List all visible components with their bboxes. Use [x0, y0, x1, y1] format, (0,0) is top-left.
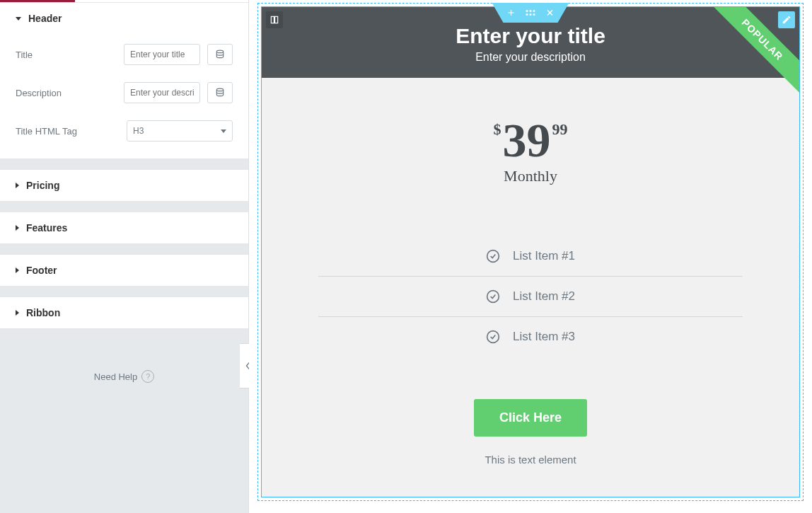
- features-list: List Item #1 List Item #2 List Item #3: [262, 185, 799, 357]
- check-circle-icon: [486, 330, 500, 344]
- columns-icon: [269, 15, 279, 25]
- grip-icon: [526, 10, 535, 16]
- chevron-down-icon: [221, 129, 226, 133]
- html-tag-select[interactable]: H3: [127, 120, 233, 142]
- svg-point-0: [216, 50, 223, 53]
- accordion-label: Header: [28, 13, 62, 24]
- price-period: Monthly: [276, 167, 785, 185]
- card-footer: Click Here This is text element: [262, 357, 799, 480]
- section-gap: [0, 287, 248, 296]
- dynamic-tag-button-title[interactable]: [207, 44, 233, 65]
- caret-right-icon: [16, 310, 19, 316]
- price-currency: $: [494, 120, 501, 139]
- svg-rect-2: [271, 16, 274, 23]
- section-outline[interactable]: POPULAR Enter your title Enter your desc…: [257, 3, 804, 501]
- editor-panel: Header Title Description Title HTML Tag: [0, 0, 249, 513]
- svg-point-5: [487, 291, 499, 303]
- feature-label: List Item #2: [513, 289, 575, 304]
- svg-rect-3: [275, 16, 278, 23]
- column-drag-handle[interactable]: [266, 11, 283, 28]
- drag-section-handle[interactable]: [526, 10, 535, 16]
- feature-label: List Item #1: [513, 249, 575, 263]
- accordion-toggle-header[interactable]: Header: [0, 3, 248, 34]
- accordion-section-header: Header Title Description Title HTML Tag: [0, 2, 248, 159]
- section-gap: [0, 202, 248, 212]
- form-row-description: Description: [0, 74, 248, 112]
- description-input[interactable]: [124, 82, 200, 103]
- caret-right-icon: [16, 183, 19, 188]
- desc-label: Description: [16, 88, 117, 98]
- section-gap: [0, 244, 248, 254]
- accordion-section-ribbon: Ribbon: [0, 296, 248, 329]
- add-section-button[interactable]: [506, 8, 516, 18]
- form-row-html-tag: Title HTML Tag H3: [0, 112, 248, 150]
- accordion-body-header: Title Description Title HTML Tag H3: [0, 34, 248, 158]
- footer-text: This is text element: [276, 454, 785, 466]
- feature-item: List Item #3: [318, 317, 743, 357]
- accordion-toggle-pricing[interactable]: Pricing: [0, 170, 248, 201]
- need-help-link[interactable]: Need Help ?: [0, 329, 248, 424]
- accordion-toggle-features[interactable]: Features: [0, 212, 248, 243]
- html-tag-label: Title HTML Tag: [16, 126, 120, 137]
- delete-section-button[interactable]: [545, 8, 555, 18]
- plus-icon: [506, 8, 516, 18]
- title-input[interactable]: [124, 44, 200, 65]
- pencil-icon: [782, 15, 791, 25]
- price-line: $ 39 99: [494, 116, 568, 164]
- price-cents: 99: [552, 120, 568, 139]
- accordion-section-footer: Footer: [0, 254, 248, 287]
- feature-label: List Item #3: [513, 330, 575, 344]
- panel-filler: Need Help ?: [0, 329, 248, 513]
- caret-down-icon: [16, 17, 21, 21]
- accordion-toggle-ribbon[interactable]: Ribbon: [0, 297, 248, 328]
- dynamic-tag-button-desc[interactable]: [207, 82, 233, 103]
- svg-point-4: [487, 250, 499, 263]
- database-icon: [215, 50, 225, 59]
- feature-item: List Item #2: [318, 277, 743, 317]
- preview-canvas: POPULAR Enter your title Enter your desc…: [249, 0, 812, 513]
- caret-right-icon: [16, 267, 19, 273]
- help-icon: ?: [141, 370, 154, 383]
- section-gap: [0, 159, 248, 169]
- close-icon: [545, 8, 555, 18]
- accordion-section-pricing: Pricing: [0, 169, 248, 202]
- cta-button[interactable]: Click Here: [474, 399, 587, 437]
- feature-item: List Item #1: [318, 236, 743, 277]
- section-toolbar: [492, 3, 569, 23]
- widget-outline[interactable]: POPULAR Enter your title Enter your desc…: [261, 6, 800, 497]
- caret-right-icon: [16, 225, 19, 231]
- accordion-toggle-footer[interactable]: Footer: [0, 255, 248, 286]
- title-label: Title: [16, 50, 117, 60]
- price-amount: 39: [503, 116, 551, 164]
- svg-point-6: [487, 331, 499, 343]
- form-row-title: Title: [0, 35, 248, 74]
- check-circle-icon: [486, 289, 500, 304]
- accordion-label: Ribbon: [26, 307, 60, 318]
- accordion-label: Pricing: [26, 180, 59, 191]
- accordion-label: Features: [26, 222, 67, 234]
- svg-point-1: [216, 88, 223, 91]
- check-circle-icon: [486, 249, 500, 263]
- need-help-label: Need Help: [94, 371, 137, 382]
- accordion-label: Footer: [26, 265, 57, 276]
- edit-widget-button[interactable]: [778, 11, 795, 28]
- accordion-section-features: Features: [0, 212, 248, 244]
- html-tag-value: H3: [133, 126, 144, 136]
- database-icon: [215, 88, 225, 98]
